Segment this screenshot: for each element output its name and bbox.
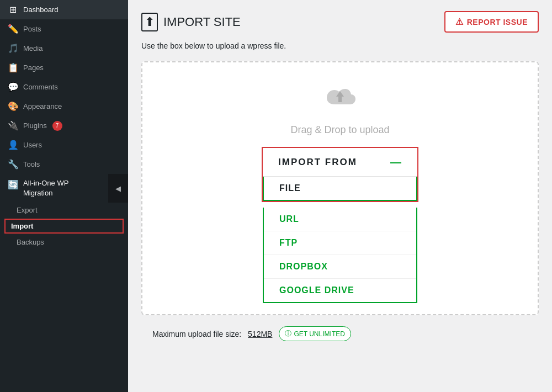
- tools-icon: 🔧: [8, 159, 18, 169]
- get-unlimited-label: GET UNLIMITED: [294, 330, 344, 338]
- sidebar-item-media[interactable]: 🎵 Media: [0, 39, 128, 58]
- dashboard-icon: ⊞: [8, 4, 18, 15]
- sidebar-item-pages[interactable]: 📋 Pages: [0, 58, 128, 77]
- import-url-option[interactable]: URL: [264, 208, 416, 231]
- sidebar-item-label: Media: [23, 44, 43, 52]
- minus-icon: —: [390, 156, 402, 168]
- sidebar-item-appearance[interactable]: 🎨 Appearance: [0, 97, 128, 116]
- sidebar-item-aio[interactable]: 🔄 All-in-One WPMigration ◀: [0, 174, 128, 203]
- sidebar-item-label: Dashboard: [23, 6, 59, 14]
- sidebar-item-label: Tools: [23, 160, 40, 168]
- submenu-export[interactable]: Export: [0, 203, 128, 218]
- comments-icon: 💬: [8, 82, 18, 92]
- plugins-badge: 7: [52, 121, 62, 131]
- submenu-backups-label: Backups: [17, 238, 44, 246]
- drop-zone[interactable]: Drag & Drop to upload IMPORT FROM — FILE…: [141, 61, 539, 315]
- sidebar-item-label: Plugins: [23, 121, 47, 130]
- submenu-backups[interactable]: Backups: [0, 235, 128, 250]
- import-dropbox-option[interactable]: DROPBOX: [264, 255, 416, 278]
- media-icon: 🎵: [8, 43, 18, 54]
- sidebar-item-comments[interactable]: 💬 Comments: [0, 77, 128, 97]
- pages-icon: 📋: [8, 62, 18, 73]
- report-issue-icon: ⚠: [455, 17, 464, 27]
- submenu-export-label: Export: [17, 206, 38, 214]
- import-dropdown-container: IMPORT FROM — FILE: [262, 147, 418, 202]
- sidebar-item-tools[interactable]: 🔧 Tools: [0, 155, 128, 174]
- extended-dropdown: URL FTP DROPBOX GOOGLE DRIVE: [153, 208, 527, 303]
- page-title: ⬆ IMPORT SITE: [141, 13, 241, 31]
- sidebar-item-users[interactable]: 👤 Users: [0, 135, 128, 155]
- submenu-import[interactable]: Import: [4, 219, 124, 234]
- import-dropdown-menu: FILE: [263, 177, 417, 201]
- sidebar-item-posts[interactable]: ✏️ Posts: [0, 19, 128, 39]
- import-site-icon: ⬆: [141, 13, 158, 31]
- aio-icon: 🔄: [8, 179, 18, 190]
- plugins-icon: 🔌: [8, 120, 18, 131]
- sidebar-item-label: Users: [23, 141, 42, 149]
- page-description: Use the box below to upload a wpress fil…: [141, 41, 539, 50]
- main-content: ⬆ IMPORT SITE ⚠ REPORT ISSUE Use the box…: [128, 0, 552, 392]
- posts-icon: ✏️: [8, 24, 18, 34]
- import-from-button[interactable]: IMPORT FROM —: [263, 148, 417, 177]
- import-file-option[interactable]: FILE: [264, 177, 416, 200]
- sidebar-item-plugins[interactable]: 🔌 Plugins 7: [0, 116, 128, 135]
- sidebar-item-label: Comments: [23, 83, 58, 91]
- collapse-arrow[interactable]: ◀: [108, 174, 128, 203]
- cloud-upload-icon: [153, 79, 527, 119]
- get-unlimited-button[interactable]: ⓘ GET UNLIMITED: [279, 326, 351, 341]
- sidebar-item-label: Pages: [23, 63, 44, 72]
- sidebar-item-dashboard[interactable]: ⊞ Dashboard: [0, 0, 128, 19]
- page-header: ⬆ IMPORT SITE ⚠ REPORT ISSUE: [141, 11, 539, 33]
- import-ftp-option[interactable]: FTP: [264, 231, 416, 255]
- users-icon: 👤: [8, 140, 18, 150]
- drag-drop-text: Drag & Drop to upload: [153, 124, 527, 136]
- sidebar: ⊞ Dashboard ✏️ Posts 🎵 Media 📋 Pages 💬 C…: [0, 0, 128, 392]
- sidebar-item-label: Posts: [23, 25, 41, 33]
- file-size: 512MB: [248, 330, 272, 338]
- bottom-info: Maximum upload file size: 512MB ⓘ GET UN…: [141, 326, 539, 341]
- max-upload-text: Maximum upload file size:: [152, 330, 241, 338]
- get-unlimited-icon: ⓘ: [285, 329, 291, 338]
- import-googledrive-option[interactable]: GOOGLE DRIVE: [264, 279, 416, 302]
- sidebar-item-label: Appearance: [23, 102, 62, 110]
- appearance-icon: 🎨: [8, 101, 18, 112]
- submenu-import-label: Import: [11, 222, 33, 230]
- report-issue-button[interactable]: ⚠ REPORT ISSUE: [444, 11, 539, 33]
- sidebar-item-label: All-in-One WPMigration: [23, 178, 68, 198]
